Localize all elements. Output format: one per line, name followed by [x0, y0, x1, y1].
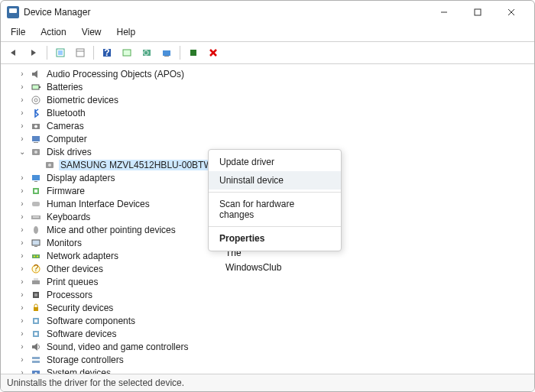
menu-action[interactable]: Action [38, 25, 68, 39]
tb-icon[interactable] [138, 44, 155, 61]
titlebar: Device Manager [1, 1, 534, 24]
ctx-separator [209, 192, 341, 193]
menu-view[interactable]: View [79, 25, 104, 39]
tree-node[interactable]: ›Processors [5, 288, 534, 301]
svg-rect-54 [32, 361, 40, 363]
tree-node[interactable]: ›Biometric devices [5, 93, 534, 106]
tree-node[interactable]: ›Sound, video and game controllers [5, 340, 534, 353]
chevron-right-icon[interactable]: › [18, 121, 27, 130]
chevron-down-icon[interactable]: ⌄ [18, 147, 27, 156]
chevron-right-icon[interactable]: › [18, 199, 27, 208]
svg-rect-45 [34, 278, 38, 280]
svg-rect-6 [76, 49, 84, 57]
chevron-right-icon[interactable]: › [18, 83, 27, 91]
hid-icon [30, 198, 42, 210]
software-icon [30, 328, 42, 340]
chevron-right-icon[interactable]: › [18, 70, 27, 78]
tree-node[interactable]: ›Software components [5, 314, 534, 327]
tree-node-label: Other devices [45, 264, 105, 274]
chevron-right-icon[interactable]: › [18, 96, 27, 104]
tree-node[interactable]: ›Software devices [5, 327, 534, 340]
forward-button[interactable] [25, 44, 42, 61]
chevron-right-icon[interactable]: › [18, 251, 27, 260]
menubar: File Action View Help [1, 24, 534, 42]
ctx-separator [209, 226, 341, 227]
svg-point-26 [34, 151, 37, 154]
tree-node-label: Cameras [45, 121, 86, 131]
chevron-right-icon[interactable]: › [18, 342, 27, 351]
tree-node-label: Software devices [45, 329, 118, 339]
tree-node-label: Bluetooth [45, 108, 87, 118]
tree-node[interactable]: ›Audio Processing Objects (APOs) [5, 67, 534, 80]
chevron-right-icon[interactable]: › [18, 355, 27, 364]
chevron-right-icon[interactable]: › [18, 329, 27, 338]
tree-node[interactable]: ›System devices [5, 366, 534, 374]
scan-hardware-icon[interactable] [158, 44, 175, 61]
ctx-update-driver[interactable]: Update driver [209, 153, 341, 171]
tree-node-label: Mice and other pointing devices [45, 225, 177, 235]
svg-rect-18 [39, 86, 41, 88]
fingerprint-icon [30, 94, 42, 106]
chevron-right-icon[interactable]: › [18, 368, 27, 374]
svg-rect-47 [34, 293, 37, 296]
close-button[interactable] [494, 1, 528, 24]
window-controls [427, 1, 528, 24]
tree-node[interactable]: ›Batteries [5, 80, 534, 93]
app-icon [7, 6, 19, 18]
uninstall-icon[interactable] [205, 44, 222, 61]
tb-icon[interactable] [52, 44, 69, 61]
chevron-right-icon[interactable]: › [18, 290, 27, 299]
chevron-right-icon[interactable]: › [18, 238, 27, 247]
tree-node[interactable]: ›Cameras [5, 119, 534, 132]
tree-node-label: Batteries [45, 82, 84, 92]
svg-rect-33 [32, 202, 40, 206]
tree-node[interactable]: ›Print queues [5, 275, 534, 288]
chevron-right-icon[interactable]: › [18, 212, 27, 221]
tree-node[interactable]: ›Security devices [5, 301, 534, 314]
ctx-properties[interactable]: Properties [209, 229, 341, 248]
back-button[interactable] [5, 44, 22, 61]
tree-node[interactable]: ›Bluetooth [5, 106, 534, 119]
svg-text:?: ? [34, 264, 39, 274]
computer-icon [30, 133, 42, 145]
svg-rect-10 [123, 50, 131, 56]
chevron-right-icon[interactable]: › [18, 109, 27, 117]
chevron-right-icon[interactable]: › [18, 316, 27, 325]
chevron-right-icon[interactable]: › [18, 277, 27, 286]
ctx-scan-hardware[interactable]: Scan for hardware changes [209, 195, 341, 224]
tree-node-label: Computer [45, 134, 89, 144]
chevron-right-icon[interactable]: › [18, 134, 27, 143]
menu-file[interactable]: File [8, 25, 28, 39]
svg-rect-30 [34, 181, 37, 182]
toolbar-separator [180, 46, 180, 60]
tb-icon[interactable] [118, 44, 135, 61]
minimize-button[interactable] [427, 1, 461, 24]
monitor-icon [30, 237, 42, 249]
svg-point-19 [32, 96, 40, 104]
svg-rect-23 [32, 136, 40, 141]
tree-node[interactable]: ›Storage controllers [5, 353, 534, 366]
chevron-right-icon[interactable]: › [18, 173, 27, 182]
tree-node[interactable]: ›Computer [5, 132, 534, 145]
svg-point-22 [34, 125, 37, 128]
tb-icon[interactable] [72, 44, 89, 61]
menu-help[interactable]: Help [115, 25, 138, 39]
chevron-right-icon[interactable]: › [18, 303, 27, 312]
svg-rect-53 [32, 357, 40, 359]
tree-node-label: Network adapters [45, 251, 120, 261]
svg-rect-44 [32, 280, 40, 284]
svg-point-41 [37, 255, 38, 257]
tree-node-label: Processors [45, 290, 94, 300]
ctx-uninstall-device[interactable]: Uninstall device [209, 171, 341, 190]
maximize-button[interactable] [461, 1, 494, 24]
tb-icon[interactable] [185, 44, 202, 61]
chevron-right-icon[interactable]: › [18, 264, 27, 273]
tree-node-label: Audio Processing Objects (APOs) [45, 69, 186, 79]
context-menu: Update driver Uninstall device Scan for … [208, 149, 342, 251]
chevron-right-icon[interactable]: › [18, 186, 27, 195]
help-button-icon[interactable]: ? [99, 44, 115, 61]
tree-node-label: Monitors [45, 238, 83, 248]
chevron-right-icon[interactable]: › [18, 225, 27, 234]
camera-icon [30, 120, 42, 132]
svg-point-20 [34, 99, 37, 102]
